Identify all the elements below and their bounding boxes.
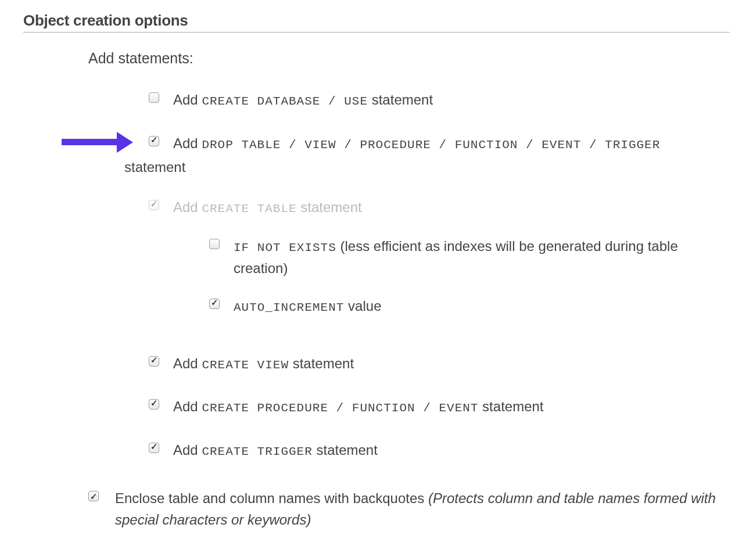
label-pre: Add: [173, 92, 202, 107]
label-code: CREATE DATABASE / USE: [202, 95, 368, 108]
label-create-view: Add CREATE VIEW statement: [173, 353, 730, 375]
label-code: AUTO_INCREMENT: [234, 301, 344, 314]
checkbox-create-view[interactable]: [149, 356, 159, 367]
option-auto-increment: AUTO_INCREMENT value: [209, 295, 730, 318]
label-pre: Add: [173, 199, 202, 215]
label-pre: Add: [173, 356, 202, 371]
label-post: statement: [297, 199, 362, 215]
label-pre: Add: [173, 135, 202, 151]
checkbox-enclose-backquotes[interactable]: [88, 491, 99, 501]
section-heading: Object creation options: [23, 12, 730, 33]
label-code: DROP TABLE / VIEW / PROCEDURE / FUNCTION…: [202, 138, 660, 152]
label-code: CREATE TRIGGER: [202, 445, 312, 458]
label-drop-table: Add DROP TABLE / VIEW / PROCEDURE / FUNC…: [173, 132, 730, 155]
label-continuation: statement: [124, 159, 705, 175]
checkbox-if-not-exists[interactable]: [209, 239, 220, 249]
option-if-not-exists: IF NOT EXISTS (less efficient as indexes…: [209, 235, 730, 279]
label-code: CREATE TABLE: [202, 202, 296, 216]
label-post: statement: [289, 356, 354, 371]
checkbox-auto-increment[interactable]: [209, 299, 220, 309]
option-create-database: Add CREATE DATABASE / USE statement: [149, 89, 730, 112]
option-create-trigger: Add CREATE TRIGGER statement: [149, 439, 730, 462]
label-text: Enclose table and column names with back…: [115, 490, 428, 506]
label-post: value: [344, 298, 381, 314]
label-post: statement: [368, 92, 433, 107]
label-pre: Add: [173, 442, 202, 458]
checkbox-create-table: [149, 200, 159, 210]
arrow-right-icon: [62, 135, 143, 150]
label-create-trigger: Add CREATE TRIGGER statement: [173, 439, 730, 462]
checkbox-create-database[interactable]: [149, 92, 159, 103]
label-post: statement: [313, 442, 378, 458]
label-enclose-backquotes: Enclose table and column names with back…: [115, 487, 730, 530]
option-drop-table: Add DROP TABLE / VIEW / PROCEDURE / FUNC…: [149, 132, 730, 176]
option-create-table: Add CREATE TABLE statement: [149, 196, 730, 219]
label-code: CREATE VIEW: [202, 358, 289, 372]
label-create-procedure: Add CREATE PROCEDURE / FUNCTION / EVENT …: [173, 396, 730, 418]
label-pre: Add: [173, 399, 202, 414]
label-post: statement: [478, 399, 543, 414]
label-if-not-exists: IF NOT EXISTS (less efficient as indexes…: [234, 235, 730, 279]
label-create-database: Add CREATE DATABASE / USE statement: [173, 89, 730, 112]
add-statements-label: Add statements:: [88, 50, 730, 67]
label-code: CREATE PROCEDURE / FUNCTION / EVENT: [202, 401, 478, 415]
option-create-view: Add CREATE VIEW statement: [149, 353, 730, 375]
checkbox-create-procedure[interactable]: [149, 399, 159, 410]
option-create-procedure: Add CREATE PROCEDURE / FUNCTION / EVENT …: [149, 396, 730, 418]
checkbox-create-trigger[interactable]: [149, 443, 159, 453]
label-create-table: Add CREATE TABLE statement: [173, 196, 730, 219]
checkbox-drop-table[interactable]: [149, 136, 159, 146]
label-auto-increment: AUTO_INCREMENT value: [234, 295, 730, 318]
option-enclose-backquotes: Enclose table and column names with back…: [88, 487, 730, 530]
label-code: IF NOT EXISTS: [234, 241, 336, 254]
